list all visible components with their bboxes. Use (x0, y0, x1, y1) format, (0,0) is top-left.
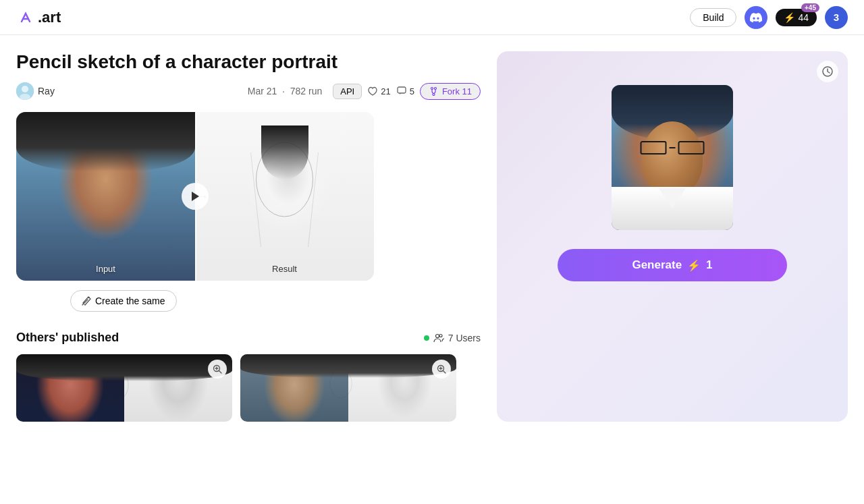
result-label: Result (272, 264, 297, 274)
svg-line-15 (219, 371, 222, 374)
zoom-icon-2 (437, 364, 446, 374)
meta-date: Mar 21 · 782 run (248, 86, 323, 96)
meta-badges: API 21 5 (333, 83, 481, 100)
input-portrait (16, 112, 195, 281)
result-portrait (195, 112, 374, 281)
author-name: Ray (38, 86, 55, 96)
result-half: Result (195, 112, 374, 281)
input-half: Input (16, 112, 195, 281)
author[interactable]: Ray (16, 82, 55, 100)
discord-icon (750, 13, 762, 22)
generate-label: Generate (632, 258, 682, 272)
users-count-text: 7 Users (448, 333, 481, 343)
play-icon (190, 191, 200, 202)
svg-line-9 (308, 152, 319, 247)
svg-point-18 (330, 369, 352, 398)
likes-badge[interactable]: 21 (367, 86, 390, 96)
card2-zoom-button[interactable] (432, 360, 451, 379)
lightning-icon: ⚡ (784, 12, 795, 23)
create-same-label: Create the same (95, 296, 165, 306)
others-section: Others' published 7 Users (16, 331, 481, 422)
fork-button[interactable]: Fork 11 (420, 83, 481, 100)
page-title: Pencil sketch of a character portrait (16, 51, 481, 73)
build-button[interactable]: Build (690, 8, 736, 27)
others-title: Others' published (16, 331, 119, 345)
author-avatar-icon (16, 82, 34, 100)
svg-line-8 (251, 152, 261, 247)
user-avatar[interactable]: 3 (825, 6, 848, 29)
comparison-image: Input Result (16, 112, 374, 281)
svg-point-1 (22, 86, 28, 92)
header: .art Build +45 ⚡ 44 3 (0, 0, 864, 35)
create-same-button[interactable]: Create the same (70, 290, 177, 312)
meta-row: Ray Mar 21 · 782 run API 21 (16, 82, 481, 100)
likes-count: 21 (381, 86, 390, 96)
left-panel: Pencil sketch of a character portrait Ra… (16, 51, 481, 422)
svg-line-20 (443, 371, 446, 374)
users-icon (433, 333, 444, 343)
svg-rect-3 (398, 87, 406, 93)
others-grid (16, 354, 481, 422)
date-text: Mar 21 (248, 86, 277, 96)
comment-icon (396, 86, 407, 96)
logo-icon (16, 8, 35, 27)
svg-point-7 (256, 142, 313, 217)
fork-icon (429, 86, 439, 96)
author-avatar (16, 82, 34, 100)
lightning-button[interactable]: +45 ⚡ 44 (776, 9, 817, 26)
others-header: Others' published 7 Users (16, 331, 481, 345)
generate-cost: 1 (706, 258, 712, 272)
generate-button[interactable]: Generate ⚡ 1 (558, 249, 787, 281)
lightning-count: 44 (798, 12, 809, 23)
svg-point-12 (439, 334, 442, 337)
svg-point-4 (431, 87, 433, 89)
users-count: 7 Users (424, 333, 481, 343)
zoom-icon (213, 364, 222, 374)
svg-point-6 (433, 93, 435, 95)
logo[interactable]: .art (16, 8, 61, 27)
others-card-1[interactable] (16, 354, 232, 422)
sketch-lines (195, 112, 374, 281)
input-label: Input (96, 264, 115, 274)
history-button[interactable] (817, 61, 838, 82)
history-icon (821, 65, 834, 78)
discord-button[interactable] (745, 6, 767, 29)
logo-text: .art (38, 9, 61, 26)
others-card-2[interactable] (240, 354, 456, 422)
card1-sketch (20, 358, 214, 418)
upload-area[interactable] (612, 85, 733, 230)
card2-sketch (244, 358, 438, 418)
generate-lightning-icon: ⚡ (687, 259, 701, 272)
svg-point-5 (434, 87, 436, 89)
play-button[interactable] (182, 183, 209, 210)
svg-point-13 (105, 370, 128, 400)
api-button[interactable]: API (333, 84, 362, 99)
like-icon (367, 86, 378, 96)
comments-badge[interactable]: 5 (396, 86, 414, 96)
lightning-badge: +45 (801, 3, 819, 12)
fork-label: Fork 11 (442, 86, 472, 96)
run-count: 782 run (290, 86, 322, 96)
right-panel: Generate ⚡ 1 (497, 51, 848, 422)
svg-point-10 (88, 297, 90, 298)
card1-zoom-button[interactable] (208, 360, 227, 379)
active-indicator (424, 335, 429, 341)
header-right: Build +45 ⚡ 44 3 (690, 6, 848, 29)
wand-icon (82, 296, 91, 306)
main-content: Pencil sketch of a character portrait Ra… (0, 35, 864, 422)
comments-count: 5 (410, 86, 414, 96)
svg-point-11 (435, 334, 439, 337)
